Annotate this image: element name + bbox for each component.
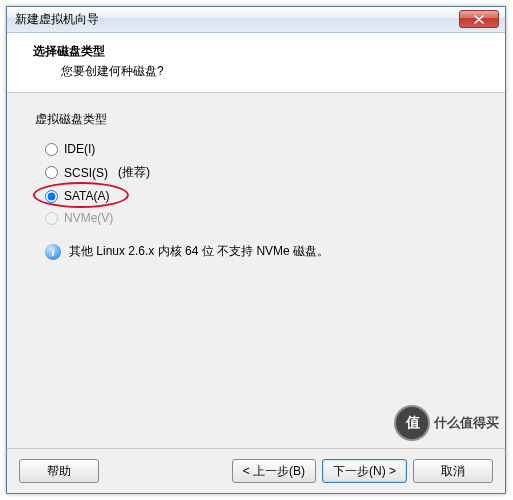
radio-sata-input[interactable]: [45, 190, 58, 203]
window-title: 新建虚拟机向导: [15, 11, 99, 28]
header-panel: 选择磁盘类型 您要创建何种磁盘?: [7, 33, 505, 93]
next-button[interactable]: 下一步(N) >: [322, 459, 407, 483]
radio-sata[interactable]: SATA(A): [35, 185, 485, 207]
group-label: 虚拟磁盘类型: [35, 111, 485, 128]
content-area: 虚拟磁盘类型 IDE(I) SCSI(S) (推荐) SATA(A) NVMe(…: [7, 93, 505, 448]
radio-scsi-input[interactable]: [45, 166, 58, 179]
radio-scsi[interactable]: SCSI(S) (推荐): [35, 160, 485, 185]
radio-sata-label: SATA(A): [64, 189, 110, 203]
wizard-window: 新建虚拟机向导 选择磁盘类型 您要创建何种磁盘? 虚拟磁盘类型 IDE(I) S…: [6, 6, 506, 494]
cancel-button[interactable]: 取消: [413, 459, 493, 483]
radio-nvme: NVMe(V): [35, 207, 485, 229]
info-row: i 其他 Linux 2.6.x 内核 64 位 不支持 NVMe 磁盘。: [35, 229, 485, 260]
radio-ide-input[interactable]: [45, 143, 58, 156]
header-subtitle: 您要创建何种磁盘?: [33, 60, 489, 80]
radio-nvme-label: NVMe(V): [64, 211, 113, 225]
radio-ide-label: IDE(I): [64, 142, 95, 156]
help-button[interactable]: 帮助: [19, 459, 99, 483]
radio-scsi-label: SCSI(S): [64, 166, 108, 180]
info-icon: i: [45, 244, 61, 260]
info-text: 其他 Linux 2.6.x 内核 64 位 不支持 NVMe 磁盘。: [69, 243, 329, 260]
recommend-label: (推荐): [118, 164, 150, 181]
close-icon: [474, 15, 484, 24]
close-button[interactable]: [459, 10, 499, 28]
radio-nvme-input: [45, 212, 58, 225]
footer: 帮助 < 上一步(B) 下一步(N) > 取消: [7, 448, 505, 493]
radio-ide[interactable]: IDE(I): [35, 138, 485, 160]
back-button[interactable]: < 上一步(B): [232, 459, 316, 483]
titlebar: 新建虚拟机向导: [7, 7, 505, 33]
header-title: 选择磁盘类型: [33, 43, 489, 60]
